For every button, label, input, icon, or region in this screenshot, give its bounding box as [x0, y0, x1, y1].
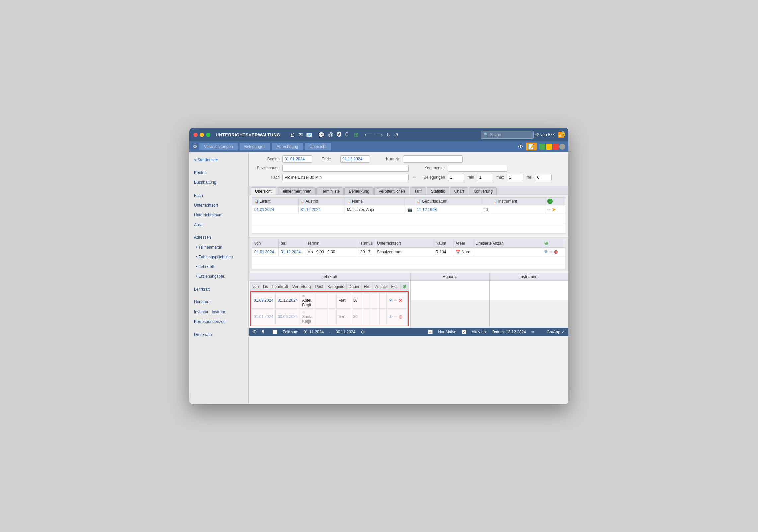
empty-row2	[252, 224, 565, 234]
settings-gear-icon[interactable]: ⚙	[361, 329, 365, 335]
search-bar[interactable]: 🔍 ☰	[481, 131, 534, 139]
back-icon[interactable]: ⟵	[364, 132, 372, 138]
remove-lk-icon[interactable]: ⊗	[398, 298, 403, 304]
sync-icon[interactable]: ↺	[394, 132, 398, 138]
sidebar-item-fach[interactable]: Fach	[190, 191, 248, 201]
forward-icon[interactable]: ⟶	[375, 132, 383, 138]
fach-input[interactable]	[282, 174, 409, 181]
sidebar-item-buchhaltung[interactable]: Buchhaltung	[190, 178, 248, 187]
edit-lk2-icon[interactable]: ✏	[394, 314, 397, 319]
sort-icon5: 📊	[493, 200, 497, 203]
td-eintritt: 01.01.2024	[252, 205, 299, 214]
sidebar-item-erziehungsber[interactable]: • Erziehungsber.	[190, 272, 248, 281]
remove-lk2-icon[interactable]: ⊗	[398, 314, 403, 320]
app-icon[interactable]: 🅐	[337, 132, 342, 138]
sidebar-item-honorare[interactable]: Honorare	[190, 298, 248, 307]
tab-veranstaltungen[interactable]: Veranstaltungen	[199, 143, 238, 150]
mail-icon[interactable]: ✉	[298, 132, 303, 138]
sidebar-item-zahlungspflichtige[interactable]: • Zahlungspflichtige:r	[190, 252, 248, 262]
tab-terminliste[interactable]: Terminliste	[316, 187, 344, 195]
th-unterrichtsort: Unterrichtsort	[375, 239, 433, 248]
zeitraum-cb[interactable]	[273, 330, 277, 334]
sidebar-item-unterrichtsraum[interactable]: Unterrichtsraum	[190, 210, 248, 220]
edit-datum-icon[interactable]: ✏	[531, 330, 535, 334]
sidebar-item-konten[interactable]: Konten	[190, 168, 248, 178]
sidebar-item-startfenster[interactable]: < Startfenster	[190, 155, 248, 165]
print-icon[interactable]: 🖨	[290, 132, 295, 138]
min-input[interactable]	[477, 174, 493, 181]
tab-overview[interactable]: Übersicht	[251, 187, 276, 195]
search-input[interactable]	[490, 132, 533, 137]
view-lk2-icon[interactable]: 👁	[389, 314, 393, 319]
tab-tarif[interactable]: Tarif	[410, 187, 426, 195]
add-circle-icon[interactable]: ⊕	[353, 131, 359, 139]
mail2-icon[interactable]: 📧	[306, 132, 313, 138]
belegungen-input[interactable]	[448, 174, 464, 181]
kursnr-label: Kurs Nr.	[386, 157, 400, 161]
nur-aktive-cb[interactable]	[428, 330, 433, 334]
th-lk-zusatz: Zusatz	[373, 282, 389, 291]
sidebar-item-inventar[interactable]: Inventar | Instrum.	[190, 307, 248, 317]
sidebar-item-areal[interactable]: Areal	[190, 220, 248, 230]
add-teilnehmer-btn[interactable]: +	[547, 199, 553, 204]
tab-chart[interactable]: Chart	[450, 187, 468, 195]
edit-schedule-icon[interactable]: ✏	[549, 250, 553, 254]
begin-input[interactable]	[282, 155, 312, 163]
view-schedule-icon[interactable]: 👁	[544, 249, 548, 254]
arrow-icon[interactable]: ➤	[552, 206, 556, 213]
zeitraum-checkbox	[273, 330, 277, 334]
tab-veroeffentlichen[interactable]: Veröffentlichen	[374, 187, 409, 195]
th-lk-dauer: Dauer	[346, 282, 362, 291]
tab-teilnehmer[interactable]: Teilnehmer:innen	[277, 187, 316, 195]
edit-lk-icon[interactable]: ✏	[394, 298, 397, 303]
minimize-button[interactable]	[200, 133, 204, 137]
remove-schedule-icon[interactable]: ⊗	[554, 249, 558, 255]
add-lehrkraft-btn[interactable]: ⊕	[402, 284, 407, 289]
sidebar-item-adressen[interactable]: Adressen	[190, 233, 248, 242]
tab-belegungen[interactable]: Belegungen	[240, 143, 270, 150]
td-lk-fkt4	[379, 309, 386, 325]
edit-teilnehmer-icon[interactable]: ✏	[547, 207, 551, 212]
fach-edit-icon[interactable]: ✏	[413, 175, 416, 180]
note-icon[interactable]: 📝	[526, 143, 537, 150]
sidebar-item-lehrkraft-addr[interactable]: • Lehrkraft	[190, 262, 248, 272]
sidebar-item-lehrkraft[interactable]: Lehrkraft	[190, 285, 248, 294]
td-bis: 31.12.2024	[279, 248, 305, 256]
aktiv-ab-cb[interactable]	[462, 330, 466, 334]
sidebar-item-unterrichtsort[interactable]: Unterrichtsort	[190, 201, 248, 210]
td-lk-pool	[328, 293, 336, 309]
view-lk-icon[interactable]: 👁	[389, 298, 393, 303]
td-lk-dauer2: 30	[351, 309, 362, 325]
max-input[interactable]	[507, 174, 523, 181]
sidebar-item-druckwahl[interactable]: Druckwahl	[190, 330, 248, 340]
sms-icon[interactable]: 💬	[318, 132, 325, 138]
sidebar-item-teilnehmer[interactable]: • Teilnehmer:in	[190, 243, 248, 252]
th-lk-actions: ⊕	[400, 282, 409, 291]
main-layout: < Startfenster Konten Buchhaltung Fach U…	[190, 152, 568, 404]
at-icon[interactable]: @	[328, 132, 333, 138]
status-colors	[539, 144, 565, 150]
maximize-button[interactable]	[206, 133, 210, 137]
sort-icon: 📊	[254, 200, 258, 203]
kursnr-input[interactable]	[403, 155, 463, 163]
td-lk-bis2: 30.06.2024	[276, 309, 300, 325]
tab-bemerkung[interactable]: Bemerkung	[344, 187, 373, 195]
euro-icon[interactable]: €	[345, 132, 348, 138]
tab-abrechnung[interactable]: Abrechnung	[272, 143, 303, 150]
sidebar-item-korrespondenzen[interactable]: Korrespondenzen	[190, 317, 248, 327]
tab-ubersicht[interactable]: Übersicht	[305, 143, 331, 150]
end-input[interactable]	[340, 155, 370, 163]
frei-input[interactable]	[535, 174, 552, 181]
eye-toolbar-icon[interactable]: 👁	[518, 144, 523, 150]
tab-statistik[interactable]: Statistik	[427, 187, 449, 195]
close-button[interactable]	[193, 133, 198, 137]
instrument-panel-header: Instrument	[490, 273, 568, 281]
refresh-icon[interactable]: ↻	[386, 132, 391, 138]
key-icon[interactable]: ⚙	[193, 143, 197, 150]
th-bis: bis	[279, 239, 305, 248]
kommentar-input[interactable]	[448, 165, 507, 172]
tab-kontierung[interactable]: Kontierung	[469, 187, 497, 195]
toolbar-icons: 🖨 ✉ 📧 💬 @ 🅐 € ⊕ ⟵ ⟶ ↻ ↺	[290, 131, 398, 139]
bezeichnung-input[interactable]	[282, 165, 409, 172]
add-schedule-btn[interactable]: ⊕	[544, 240, 548, 246]
